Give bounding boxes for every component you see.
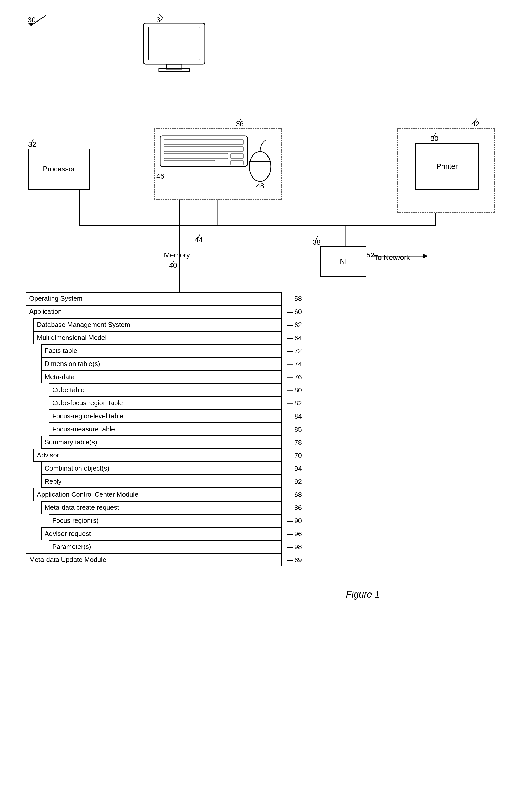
ref-70: 70	[287, 451, 302, 459]
ref-94: 94	[287, 464, 302, 472]
ref-69: 69	[287, 556, 302, 564]
ref-76: 76	[287, 373, 302, 381]
ni-label: NI	[340, 257, 347, 265]
ref-62: 62	[287, 321, 302, 328]
svg-rect-26	[164, 160, 215, 165]
fr-label: Focus region(s)	[52, 517, 99, 524]
ref-82: 82	[287, 399, 302, 407]
row-frl: Focus-region-level table 84	[49, 410, 282, 423]
dim-label: Dimension table(s)	[45, 360, 100, 368]
ref-72: 72	[287, 347, 302, 355]
ref-32-arrow	[26, 138, 39, 145]
ref-80: 80	[287, 386, 302, 394]
ref-86: 86	[287, 504, 302, 511]
svg-line-36	[433, 133, 436, 138]
row-fm: Focus-measure table 85	[49, 423, 282, 436]
keyboard-svg	[159, 133, 251, 174]
reply-label: Reply	[45, 477, 61, 485]
row-combo: Combination object(s) 94	[41, 462, 282, 475]
svg-rect-17	[149, 27, 200, 60]
ref-46: 46	[156, 172, 164, 180]
ref-60: 60	[287, 308, 302, 316]
ref-84: 84	[287, 412, 302, 420]
ref-42-arrow	[469, 117, 482, 125]
adv-req-label: Advisor request	[45, 530, 91, 537]
row-adv-req: Advisor request 96	[41, 527, 282, 540]
ref-85: 85	[287, 425, 302, 433]
svg-marker-11	[423, 254, 428, 259]
processor-label: Processor	[43, 165, 75, 173]
row-params: Parameter(s) 98	[49, 540, 282, 553]
row-dim: Dimension table(s) 74	[41, 357, 282, 370]
arrow-30	[26, 13, 56, 28]
ref-68: 68	[287, 491, 302, 499]
meta-label: Meta-data	[45, 373, 75, 381]
facts-label: Facts table	[45, 347, 77, 354]
svg-rect-24	[164, 147, 243, 152]
keyboard-drawing	[159, 133, 251, 174]
ni-box: NI	[320, 246, 366, 277]
row-os: Operating System 58	[26, 292, 282, 305]
ref-90: 90	[287, 517, 302, 525]
svg-rect-23	[164, 140, 243, 145]
frl-label: Focus-region-level table	[52, 412, 123, 420]
svg-rect-28	[230, 160, 243, 165]
ref-64: 64	[287, 334, 302, 342]
memory-arrow	[167, 259, 179, 266]
diagram: 30 34 Processor 32 36	[0, 0, 525, 812]
svg-line-33	[172, 260, 174, 265]
svg-rect-22	[160, 136, 247, 167]
row-reply: Reply 92	[41, 475, 282, 488]
row-mdum: Meta-data Update Module 69	[26, 553, 282, 566]
row-accm: Application Control Center Module 68	[33, 488, 282, 501]
ref-98: 98	[287, 543, 302, 551]
os-label: Operating System	[29, 294, 82, 302]
row-meta: Meta-data 76	[41, 370, 282, 383]
row-advisor: Advisor 70	[33, 449, 282, 462]
svg-line-32	[197, 234, 200, 240]
svg-rect-27	[230, 153, 243, 158]
ref-78: 78	[287, 438, 302, 446]
svg-rect-16	[144, 23, 205, 64]
monitor-drawing	[136, 20, 213, 77]
monitor-svg	[136, 20, 213, 77]
ref-48: 48	[256, 182, 264, 190]
mouse-drawing	[246, 138, 274, 184]
to-network-label: To Network	[374, 254, 410, 262]
row-mdcr: Meta-data create request 86	[41, 501, 282, 514]
ref-74: 74	[287, 360, 302, 368]
ref-36-arrow	[233, 117, 246, 125]
row-mm: Multidimensional Model 64	[33, 331, 282, 344]
summary-label: Summary table(s)	[45, 438, 97, 446]
mdum-label: Meta-data Update Module	[29, 556, 106, 564]
figure-caption: Figure 1	[346, 589, 380, 600]
svg-line-21	[238, 119, 241, 124]
ref-52: 52	[366, 251, 374, 259]
row-fr: Focus region(s) 90	[49, 514, 282, 527]
combo-label: Combination object(s)	[45, 464, 109, 472]
row-cfr: Cube-focus region table 82	[49, 397, 282, 410]
processor-box: Processor	[28, 149, 90, 189]
printer-box: Printer	[415, 143, 479, 189]
app-label: Application	[29, 308, 62, 315]
cube-label: Cube table	[52, 386, 85, 394]
svg-rect-25	[164, 153, 228, 158]
ref-34-arrow	[151, 13, 167, 20]
ref-58: 58	[287, 294, 302, 303]
ref-38-arrow	[310, 235, 323, 243]
svg-line-15	[159, 14, 163, 18]
dbms-label: Database Management System	[37, 321, 130, 328]
mouse-svg	[246, 138, 274, 184]
svg-line-20	[31, 139, 33, 144]
memory-label: Memory	[164, 251, 190, 259]
row-summary: Summary table(s) 78	[41, 436, 282, 449]
ref-96: 96	[287, 530, 302, 538]
params-label: Parameter(s)	[52, 543, 91, 550]
ref-44-arrow	[192, 233, 205, 241]
row-cube: Cube table 80	[49, 383, 282, 397]
fm-label: Focus-measure table	[52, 425, 115, 433]
ref-50-arrow	[428, 132, 441, 140]
svg-line-35	[474, 119, 477, 124]
accm-label: Application Control Center Module	[37, 491, 138, 498]
mm-label: Multidimensional Model	[37, 334, 107, 341]
